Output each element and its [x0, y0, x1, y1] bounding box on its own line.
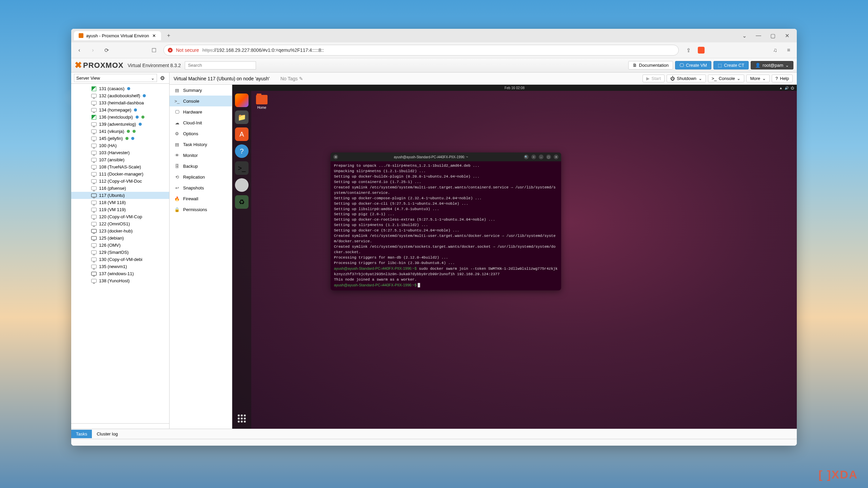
cluster-log-tab[interactable]: Cluster log	[92, 430, 122, 438]
brave-shield-icon[interactable]	[698, 47, 705, 54]
gnome-terminal-window[interactable]: ⊞ ayush@ayush-Standard-PC-i440FX-PIIX-19…	[331, 152, 561, 290]
browser-tab[interactable]: ayush - Proxmox Virtual Environ ✕	[74, 31, 161, 40]
tree-item-136[interactable]: 136 (nextcloudpi)	[71, 114, 169, 121]
horizontal-scrollbar[interactable]	[71, 423, 169, 429]
tree-item-120[interactable]: 120 (Copy-of-VM-Cop	[71, 213, 169, 220]
tree-item-107[interactable]: 107 (ansible)	[71, 156, 169, 163]
forward-icon[interactable]: ›	[89, 46, 97, 54]
minimize-icon[interactable]: ―	[755, 33, 762, 39]
search-input[interactable]	[185, 61, 256, 69]
system-tray[interactable]: ▲ 🔊 ⏻	[779, 86, 794, 90]
close-tab-icon[interactable]: ✕	[152, 33, 156, 38]
tree-item-118[interactable]: 118 (VM 118)	[71, 199, 169, 206]
no-tags-label[interactable]: No Tags✎	[280, 76, 303, 81]
minimize-icon[interactable]: –	[539, 155, 544, 159]
documentation-button[interactable]: 🗎Documentation	[628, 61, 673, 69]
tree-item-119[interactable]: 119 (VM 119)	[71, 206, 169, 213]
replication-icon: ⟲	[174, 174, 180, 180]
music-icon[interactable]: ♫	[771, 46, 779, 54]
tree-item-108[interactable]: 108 (TrueNAS-Scale)	[71, 163, 169, 170]
tree-item-122[interactable]: 122 (OmniOS1)	[71, 220, 169, 227]
tree-item-134[interactable]: 134 (homepage)	[71, 106, 169, 114]
tree-item-116[interactable]: 116 (pfsense)	[71, 185, 169, 192]
create-ct-button[interactable]: ⬚Create CT	[713, 61, 749, 69]
tree-item-100[interactable]: 100 (HA)	[71, 142, 169, 149]
subnav-snapshots[interactable]: ↩Snapshots	[170, 182, 232, 193]
maximize-icon[interactable]: ▢	[770, 33, 776, 39]
tree-item-139[interactable]: 139 (adventurelog)	[71, 121, 169, 128]
tree-item-130[interactable]: 130 (Copy-of-VM-debi	[71, 256, 169, 263]
tree-item-112[interactable]: 112 (Copy-of-VM-Doc	[71, 178, 169, 185]
shutdown-button[interactable]: ⏻Shutdown⌄	[667, 75, 706, 82]
software-icon[interactable]: A	[235, 127, 249, 141]
maximize-icon[interactable]: ▢	[546, 155, 551, 159]
subnav-hardware[interactable]: 🖵Hardware	[170, 106, 232, 117]
menu-icon[interactable]: ≡	[531, 155, 536, 159]
vm-icon	[91, 222, 97, 226]
bookmark-icon[interactable]: ☐	[150, 46, 158, 54]
resource-tree[interactable]: 131 (casaos)132 (audiobookshelf)133 (hei…	[71, 84, 169, 423]
show-apps-icon[interactable]	[236, 412, 248, 425]
new-tab-button[interactable]: +	[164, 32, 173, 40]
tree-item-135[interactable]: 135 (newvm1)	[71, 263, 169, 270]
chevron-down-icon[interactable]: ⌄	[741, 33, 747, 39]
subnav-options[interactable]: ⚙Options	[170, 128, 232, 139]
novnc-console[interactable]: Feb 16 02:08 ▲ 🔊 ⏻ 📁 A	[232, 85, 797, 429]
tree-item-123[interactable]: 123 (docker-hub)	[71, 227, 169, 235]
tree-item-label: 130 (Copy-of-VM-debi	[99, 257, 142, 262]
subnav-console[interactable]: >_Console	[170, 96, 232, 106]
tree-item-125[interactable]: 125 (debian)	[71, 235, 169, 242]
create-vm-button[interactable]: 🖵Create VM	[675, 61, 711, 69]
gnome-topbar[interactable]: Feb 16 02:08 ▲ 🔊 ⏻	[232, 85, 797, 91]
subnav-monitor[interactable]: 👁Monitor	[170, 150, 232, 161]
tree-item-103[interactable]: 103 (Harvester)	[71, 149, 169, 156]
help-icon[interactable]: ?	[235, 144, 249, 158]
tasks-tab[interactable]: Tasks	[71, 430, 92, 438]
back-icon[interactable]: ‹	[75, 46, 83, 54]
tree-item-132[interactable]: 132 (audiobookshelf)	[71, 92, 169, 99]
firefox-icon[interactable]	[235, 94, 249, 107]
tree-item-111[interactable]: 111 (Docker-manager)	[71, 170, 169, 178]
monitor-icon: 👁	[174, 152, 180, 158]
share-icon[interactable]: ⇪	[684, 46, 692, 54]
trash-icon[interactable]: ♻	[235, 195, 249, 209]
subnav-backup[interactable]: 🗄Backup	[170, 161, 232, 171]
user-menu-button[interactable]: 👤root@pam⌄	[751, 61, 793, 69]
terminal-titlebar[interactable]: ⊞ ayush@ayush-Standard-PC-i440FX-PIIX-19…	[331, 152, 561, 161]
search-icon[interactable]: 🔍	[524, 155, 529, 159]
tree-item-133[interactable]: 133 (heimdall-dashboa	[71, 99, 169, 106]
subnav-label: Summary	[183, 88, 202, 93]
subnav-task-history[interactable]: ▤Task History	[170, 139, 232, 150]
subnav-permissions[interactable]: 🔒Permissions	[170, 204, 232, 215]
help-button[interactable]: ?Help	[772, 75, 793, 82]
close-window-icon[interactable]: ✕	[784, 33, 790, 39]
subnav-summary[interactable]: ▤Summary	[170, 85, 232, 96]
close-icon[interactable]: ✕	[554, 155, 558, 159]
home-folder-icon[interactable]: Home	[256, 95, 268, 109]
subnav-replication[interactable]: ⟲Replication	[170, 171, 232, 182]
tree-item-137[interactable]: 137 (windows-11)	[71, 270, 169, 277]
subnav-firewall[interactable]: 🔥Firewall	[170, 193, 232, 204]
tree-item-117[interactable]: 117 (Ubuntu)	[71, 192, 169, 199]
disk-icon[interactable]	[235, 178, 249, 192]
tree-item-141[interactable]: 141 (vikunja)	[71, 128, 169, 135]
subnav-cloud-init[interactable]: ☁Cloud-Init	[170, 117, 232, 128]
url-input[interactable]: ✕ Not secure https://192.168.29.227:8006…	[163, 45, 679, 56]
files-icon[interactable]: 📁	[235, 110, 249, 124]
start-button[interactable]: ▶Start	[643, 75, 665, 82]
tree-item-138[interactable]: 138 (YunoHost)	[71, 277, 169, 284]
new-tab-icon[interactable]: ⊞	[333, 155, 338, 159]
tree-item-131[interactable]: 131 (casaos)	[71, 85, 169, 92]
view-selector[interactable]: Server View⌄	[74, 74, 157, 82]
more-button[interactable]: More⌄	[746, 75, 770, 82]
hamburger-menu-icon[interactable]: ≡	[785, 46, 793, 54]
tree-item-129[interactable]: 129 (SmartOS)	[71, 249, 169, 256]
terminal-output[interactable]: Preparing to unpack .../8-slirp4netns_1.…	[331, 161, 561, 290]
tree-item-126[interactable]: 126 (OMV)	[71, 242, 169, 249]
tree-item-145[interactable]: 145 (jellyfin)	[71, 135, 169, 142]
console-button[interactable]: >_Console⌄	[708, 75, 745, 82]
terminal-icon[interactable]: >_	[235, 161, 249, 175]
reload-icon[interactable]: ⟳	[102, 46, 111, 54]
sidebar-settings-icon[interactable]: ⚙	[158, 74, 166, 82]
ubuntu-desktop[interactable]: Feb 16 02:08 ▲ 🔊 ⏻ 📁 A	[232, 85, 797, 429]
